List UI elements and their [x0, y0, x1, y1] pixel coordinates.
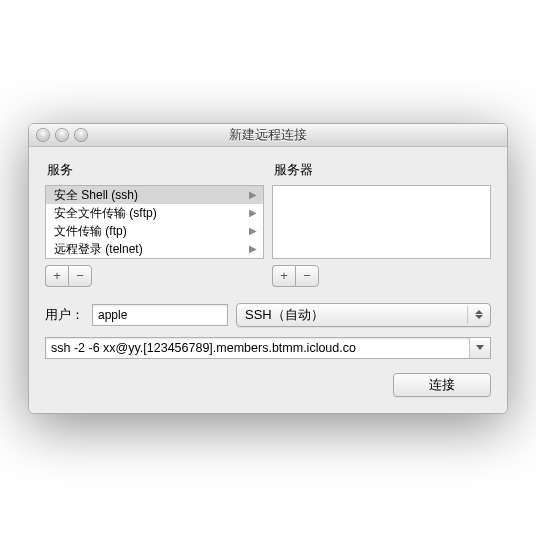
service-item-ssh[interactable]: 安全 Shell (ssh) ▶ [46, 186, 263, 204]
service-item-ftp[interactable]: 文件传输 (ftp) ▶ [46, 222, 263, 240]
list-item-label: 安全文件传输 (sftp) [54, 205, 157, 221]
command-row [45, 337, 491, 359]
service-item-telnet[interactable]: 远程登录 (telnet) ▶ [46, 240, 263, 258]
window: 新建远程连接 服务 安全 Shell (ssh) ▶ 安全文件传输 (sftp)… [28, 123, 508, 414]
servers-add-remove: + − [272, 265, 491, 287]
connect-button[interactable]: 连接 [393, 373, 491, 397]
services-column: 服务 安全 Shell (ssh) ▶ 安全文件传输 (sftp) ▶ 文件传输… [45, 159, 264, 287]
list-item-label: 安全 Shell (ssh) [54, 187, 138, 203]
chevron-right-icon: ▶ [249, 205, 257, 221]
user-label: 用户： [45, 306, 84, 324]
servers-label: 服务器 [274, 161, 491, 179]
remove-service-button[interactable]: − [68, 265, 92, 287]
protocol-select[interactable]: SSH（自动） [236, 303, 491, 327]
services-list[interactable]: 安全 Shell (ssh) ▶ 安全文件传输 (sftp) ▶ 文件传输 (f… [45, 185, 264, 259]
list-item-label: 文件传输 (ftp) [54, 223, 127, 239]
remove-server-button[interactable]: − [295, 265, 319, 287]
servers-column: 服务器 + − [272, 159, 491, 287]
services-label: 服务 [47, 161, 264, 179]
command-history-dropdown[interactable] [469, 338, 490, 358]
service-item-sftp[interactable]: 安全文件传输 (sftp) ▶ [46, 204, 263, 222]
list-item-label: 远程登录 (telnet) [54, 241, 143, 257]
protocol-selected: SSH（自动） [245, 306, 324, 324]
chevron-right-icon: ▶ [249, 223, 257, 239]
zoom-icon[interactable] [75, 129, 87, 141]
traffic-lights [29, 129, 87, 141]
user-field[interactable] [92, 304, 228, 326]
add-service-button[interactable]: + [45, 265, 68, 287]
select-stepper-icon [467, 306, 486, 324]
chevron-right-icon: ▶ [249, 241, 257, 257]
chevron-right-icon: ▶ [249, 187, 257, 203]
add-server-button[interactable]: + [272, 265, 295, 287]
services-add-remove: + − [45, 265, 264, 287]
minimize-icon[interactable] [56, 129, 68, 141]
servers-list[interactable] [272, 185, 491, 259]
close-icon[interactable] [37, 129, 49, 141]
user-row: 用户： SSH（自动） [45, 303, 491, 327]
command-field[interactable] [45, 337, 491, 359]
content: 服务 安全 Shell (ssh) ▶ 安全文件传输 (sftp) ▶ 文件传输… [29, 147, 507, 413]
titlebar: 新建远程连接 [29, 124, 507, 147]
footer: 连接 [45, 373, 491, 397]
window-title: 新建远程连接 [29, 126, 507, 144]
chevron-down-icon [476, 345, 484, 350]
